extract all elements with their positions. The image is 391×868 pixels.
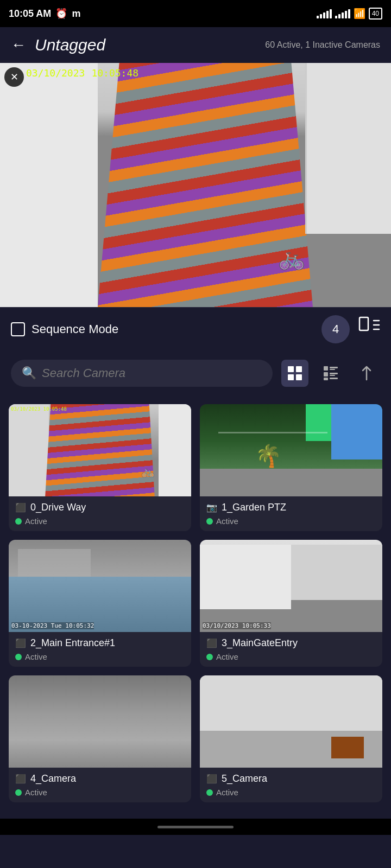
camera-preview[interactable]: 🚲 03/10/2023 10:05:48 ✕ xyxy=(0,63,391,307)
camera-icon-0: ⬛ xyxy=(15,502,26,513)
close-icon: ✕ xyxy=(10,71,18,83)
camera-name-0: ⬛ 0_Drive Way xyxy=(15,502,185,513)
camera-card-3[interactable]: 03/10/2023 10:05:33 ⬛ 3_MainGateEntry Ac… xyxy=(200,540,382,667)
camera-thumbnail-2: 03-10-2023 Tue 10:05:32 xyxy=(9,540,191,632)
layout-toggle-icon[interactable] xyxy=(358,316,380,343)
camera-status-5: Active xyxy=(206,788,376,797)
svg-rect-7 xyxy=(330,369,335,370)
battery-icon: 40 xyxy=(369,8,382,20)
search-wrapper[interactable]: 🔍 xyxy=(11,360,273,387)
camera-card-0[interactable]: 🚲 03/10/2023 10:05:48 ⬛ 0_Drive Way Acti… xyxy=(9,404,191,531)
camera-info-2: ⬛ 2_Main Entrance#1 Active xyxy=(9,632,191,667)
status-dot-0 xyxy=(15,518,22,525)
svg-rect-3 xyxy=(288,374,294,380)
svg-rect-11 xyxy=(324,378,328,380)
svg-rect-10 xyxy=(330,375,335,376)
home-indicator xyxy=(0,819,391,835)
camera-thumbnail-3: 03/10/2023 10:05:33 xyxy=(200,540,382,632)
svg-rect-8 xyxy=(324,372,328,376)
camera-icon-1: 📷 xyxy=(206,502,217,513)
status-dot-1 xyxy=(206,518,213,525)
preview-feed: 🚲 xyxy=(0,63,391,307)
camera-thumbnail-4 xyxy=(9,675,191,768)
camera-thumbnail-1: 🌴 xyxy=(200,404,382,496)
camera-icon-5: ⬛ xyxy=(206,774,217,784)
search-icon: 🔍 xyxy=(22,366,36,380)
camera-icon-2: ⬛ xyxy=(15,638,26,648)
preview-timestamp: 03/10/2023 10:05:48 xyxy=(4,67,138,79)
svg-rect-0 xyxy=(360,317,368,330)
svg-rect-4 xyxy=(296,374,302,380)
camera-info-0: ⬛ 0_Drive Way Active xyxy=(9,496,191,531)
camera-grid: 🚲 03/10/2023 10:05:48 ⬛ 0_Drive Way Acti… xyxy=(0,395,391,819)
cam5-object xyxy=(331,737,364,758)
preview-wall-left xyxy=(0,63,98,307)
camera-thumbnail-0: 🚲 03/10/2023 10:05:48 xyxy=(9,404,191,496)
camera-status-3: Active xyxy=(206,652,376,661)
status-icons: 📶 40 xyxy=(317,8,382,20)
camera-status-4: Active xyxy=(15,788,185,797)
svg-rect-1 xyxy=(288,366,294,372)
status-dot-3 xyxy=(206,654,213,660)
sequence-mode-label: Sequence Mode xyxy=(31,322,118,336)
header-left: ← Untagged xyxy=(11,36,105,54)
status-dot-4 xyxy=(15,789,22,796)
status-time-area: 10:05 AM ⏰ m xyxy=(9,8,80,20)
sequence-mode-checkbox[interactable] xyxy=(11,322,25,336)
sequence-left: Sequence Mode xyxy=(11,322,118,336)
preview-road xyxy=(98,63,313,307)
camera-name-2: ⬛ 2_Main Entrance#1 xyxy=(15,637,185,649)
camera-info-3: ⬛ 3_MainGateEntry Active xyxy=(200,632,382,667)
sort-button[interactable] xyxy=(353,360,380,387)
header: ← Untagged 60 Active, 1 Inactive Cameras xyxy=(0,27,391,63)
camera-icon-3: ⬛ xyxy=(206,638,217,648)
home-bar xyxy=(157,826,234,828)
camera-timestamp-2: 03-10-2023 Tue 10:05:32 xyxy=(11,622,94,629)
sequence-count[interactable]: 4 xyxy=(321,315,350,343)
signal-bars-1 xyxy=(317,9,332,18)
camera-card-2[interactable]: 03-10-2023 Tue 10:05:32 ⬛ 2_Main Entranc… xyxy=(9,540,191,667)
camera-card-1[interactable]: 🌴 📷 1_Garden PTZ Active xyxy=(200,404,382,531)
camera-card-5[interactable]: ⬛ 5_Camera Active xyxy=(200,675,382,802)
camera-thumbnail-5 xyxy=(200,675,382,768)
search-input[interactable] xyxy=(42,366,262,380)
message-icon: m xyxy=(72,8,80,20)
back-button[interactable]: ← xyxy=(11,36,26,54)
grid-view-button[interactable] xyxy=(281,360,308,387)
status-bar: 10:05 AM ⏰ m 📶 40 xyxy=(0,0,391,27)
camera-icon-4: ⬛ xyxy=(15,774,26,784)
list-view-button[interactable] xyxy=(317,360,344,387)
status-dot-2 xyxy=(15,654,22,660)
camera-info-1: 📷 1_Garden PTZ Active xyxy=(200,496,382,531)
sequence-bar: Sequence Mode 4 xyxy=(0,307,391,351)
preview-time: 10:05:48 xyxy=(91,67,138,79)
preview-close-button[interactable]: ✕ xyxy=(4,67,24,87)
svg-rect-2 xyxy=(296,366,302,372)
svg-rect-6 xyxy=(330,367,338,368)
camera-name-4: ⬛ 4_Camera xyxy=(15,773,185,784)
signal-bars-2 xyxy=(335,9,350,18)
camera-info-4: ⬛ 4_Camera Active xyxy=(9,768,191,802)
camera-info-5: ⬛ 5_Camera Active xyxy=(200,768,382,802)
camera-status-summary: 60 Active, 1 Inactive Cameras xyxy=(265,40,380,50)
camera-timestamp-3: 03/10/2023 10:05:33 xyxy=(203,622,271,629)
time-display: 10:05 AM xyxy=(9,8,51,20)
svg-rect-9 xyxy=(330,373,338,374)
camera-name-5: ⬛ 5_Camera xyxy=(206,773,376,784)
svg-rect-12 xyxy=(330,378,338,379)
camera-status-0: Active xyxy=(15,516,185,526)
svg-rect-5 xyxy=(324,366,328,371)
camera-status-1: Active xyxy=(206,516,376,526)
camera-name-1: 📷 1_Garden PTZ xyxy=(206,502,376,513)
preview-building xyxy=(305,63,391,234)
page-title: Untagged xyxy=(35,36,105,54)
search-section: 🔍 xyxy=(0,351,391,395)
camera-card-4[interactable]: ⬛ 4_Camera Active xyxy=(9,675,191,802)
preview-bike: 🚲 xyxy=(278,245,305,271)
camera-status-2: Active xyxy=(15,652,185,661)
preview-date: 03/10/2023 xyxy=(26,67,85,79)
alarm-icon: ⏰ xyxy=(55,8,67,20)
wifi-icon: 📶 xyxy=(354,8,365,20)
status-dot-5 xyxy=(206,789,213,796)
camera-name-3: ⬛ 3_MainGateEntry xyxy=(206,637,376,649)
